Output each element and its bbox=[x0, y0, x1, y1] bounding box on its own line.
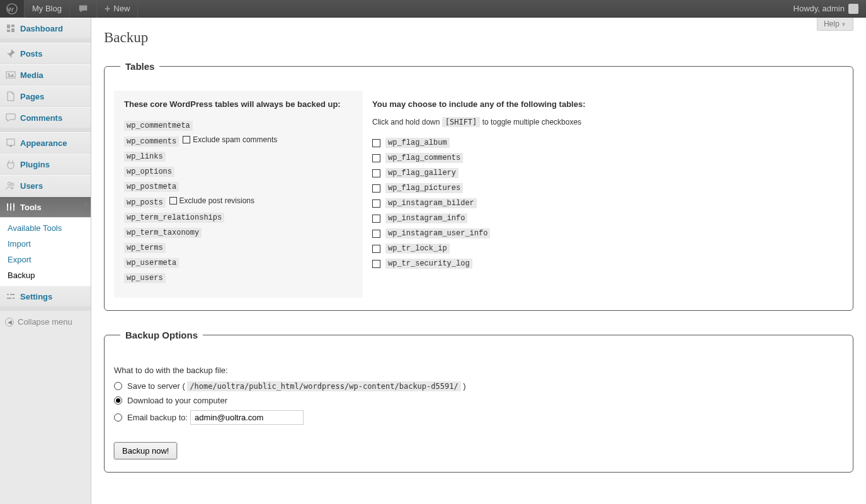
table-checkbox[interactable] bbox=[372, 245, 380, 253]
email-input[interactable] bbox=[190, 410, 304, 425]
table-checkbox[interactable] bbox=[372, 199, 380, 208]
dashboard-icon bbox=[5, 23, 16, 33]
svg-rect-11 bbox=[10, 294, 14, 295]
optional-table-row: wp_flag_comments bbox=[372, 150, 843, 165]
table-name: wp_instagram_user_info bbox=[385, 228, 490, 238]
radio-download-row[interactable]: Download to your computer bbox=[114, 396, 843, 405]
optional-table-row: wp_tr_security_log bbox=[372, 256, 843, 271]
table-name: wp_comments bbox=[124, 137, 179, 147]
menu-tools[interactable]: Tools bbox=[0, 196, 91, 218]
svg-rect-4 bbox=[9, 145, 12, 147]
table-checkbox[interactable] bbox=[372, 184, 380, 193]
backup-options-fieldset: Backup Options What to do with the backu… bbox=[104, 330, 853, 473]
table-name: wp_flag_comments bbox=[385, 153, 463, 163]
svg-point-5 bbox=[8, 182, 11, 186]
help-toggle[interactable]: Help bbox=[817, 18, 853, 31]
table-name: wp_usermeta bbox=[124, 258, 179, 268]
table-checkbox[interactable] bbox=[372, 169, 380, 177]
plus-icon: + bbox=[105, 3, 110, 14]
wordpress-icon bbox=[6, 3, 18, 14]
core-table-row: wp_term_taxonomy bbox=[124, 225, 353, 240]
table-name: wp_posts bbox=[124, 198, 166, 208]
table-checkbox[interactable] bbox=[372, 260, 380, 268]
menu-users[interactable]: Users bbox=[0, 175, 91, 196]
avatar-icon bbox=[848, 4, 858, 14]
site-name-link[interactable]: My Blog bbox=[25, 0, 70, 18]
new-content[interactable]: + New bbox=[97, 0, 138, 18]
core-table-row: wp_postmeta bbox=[124, 179, 353, 194]
table-name: wp_options bbox=[124, 167, 174, 177]
menu-label: Appearance bbox=[20, 138, 67, 148]
optional-heading: You may choose to include any of the fol… bbox=[372, 99, 843, 109]
menu-label: Settings bbox=[20, 292, 52, 301]
optional-table-row: wp_tr_lock_ip bbox=[372, 241, 843, 256]
optional-table-row: wp_instagram_user_info bbox=[372, 226, 843, 241]
backup-now-button[interactable]: Backup now! bbox=[114, 442, 177, 459]
radio-email-row[interactable]: Email backup to: bbox=[114, 410, 843, 425]
submenu-export[interactable]: Export bbox=[0, 252, 91, 267]
table-checkbox[interactable] bbox=[372, 230, 380, 238]
table-name: wp_flag_album bbox=[385, 138, 450, 148]
menu-plugins[interactable]: Plugins bbox=[0, 154, 91, 175]
core-table-row: wp_links bbox=[124, 148, 353, 164]
menu-label: Dashboard bbox=[20, 24, 63, 33]
core-table-row: wp_options bbox=[124, 164, 353, 179]
radio-email[interactable] bbox=[114, 413, 122, 422]
tables-fieldset: Tables These core WordPress tables will … bbox=[104, 61, 853, 311]
menu-label: Tools bbox=[20, 203, 42, 212]
menu-posts[interactable]: Posts bbox=[0, 43, 91, 64]
optional-table-row: wp_flag_gallery bbox=[372, 165, 843, 181]
radio-save-server-row[interactable]: Save to server ( /home/uoltra/public_htm… bbox=[114, 381, 843, 391]
menu-label: Comments bbox=[20, 113, 62, 123]
svg-rect-13 bbox=[13, 298, 14, 299]
wp-logo[interactable] bbox=[0, 0, 25, 18]
shift-hint: Click and hold down [SHIFT] to toggle mu… bbox=[372, 118, 843, 126]
menu-pages[interactable]: Pages bbox=[0, 86, 91, 107]
table-checkbox[interactable] bbox=[372, 154, 380, 162]
admin-menu: Dashboard Posts Media Pages Comments App… bbox=[0, 18, 91, 504]
table-name: wp_commentmeta bbox=[124, 121, 193, 131]
optional-tables-box: You may choose to include any of the fol… bbox=[372, 91, 843, 298]
core-table-row: wp_users bbox=[124, 270, 353, 285]
menu-appearance[interactable]: Appearance bbox=[0, 132, 91, 154]
appearance-icon bbox=[5, 138, 16, 148]
menu-label: Pages bbox=[20, 92, 44, 101]
menu-settings[interactable]: Settings bbox=[0, 286, 91, 307]
core-table-row: wp_term_relationships bbox=[124, 210, 353, 225]
page-icon bbox=[5, 91, 16, 101]
submenu-import[interactable]: Import bbox=[0, 236, 91, 252]
menu-media[interactable]: Media bbox=[0, 64, 91, 86]
my-account[interactable]: Howdy, admin bbox=[786, 0, 866, 18]
exclude-revisions-checkbox[interactable] bbox=[169, 197, 177, 204]
table-name: wp_flag_gallery bbox=[385, 168, 459, 178]
collapse-label: Collapse menu bbox=[18, 317, 72, 327]
table-name: wp_terms bbox=[124, 243, 166, 253]
radio-save-server[interactable] bbox=[114, 382, 122, 390]
comments-bubble[interactable] bbox=[70, 0, 97, 18]
menu-dashboard[interactable]: Dashboard bbox=[0, 18, 91, 39]
menu-comments[interactable]: Comments bbox=[0, 107, 91, 128]
core-heading: These core WordPress tables will always … bbox=[124, 99, 353, 109]
tools-submenu: Available Tools Import Export Backup bbox=[0, 218, 91, 286]
submenu-available-tools[interactable]: Available Tools bbox=[0, 220, 91, 236]
new-label: New bbox=[110, 4, 130, 13]
table-name: wp_instagram_info bbox=[385, 213, 467, 223]
save-server-label: Save to server ( /home/uoltra/public_htm… bbox=[127, 381, 466, 391]
what-to-do-label: What to do with the backup file: bbox=[114, 366, 843, 375]
optional-table-row: wp_flag_pictures bbox=[372, 181, 843, 196]
pin-icon bbox=[5, 48, 16, 59]
submenu-backup[interactable]: Backup bbox=[0, 267, 91, 283]
radio-download[interactable] bbox=[114, 396, 122, 405]
core-table-row: wp_postsExclude post revisions bbox=[124, 194, 353, 210]
page-title: Backup bbox=[104, 24, 853, 48]
comments-icon bbox=[5, 113, 16, 123]
media-icon bbox=[5, 70, 16, 80]
exclude-spam-checkbox[interactable] bbox=[183, 136, 190, 143]
core-table-row: wp_commentmeta bbox=[124, 118, 353, 133]
collapse-menu[interactable]: ◀ Collapse menu bbox=[0, 311, 91, 333]
table-checkbox[interactable] bbox=[372, 139, 380, 147]
collapse-icon: ◀ bbox=[5, 318, 14, 327]
table-checkbox[interactable] bbox=[372, 215, 380, 223]
plugin-icon bbox=[5, 159, 16, 169]
table-name: wp_postmeta bbox=[124, 182, 179, 192]
